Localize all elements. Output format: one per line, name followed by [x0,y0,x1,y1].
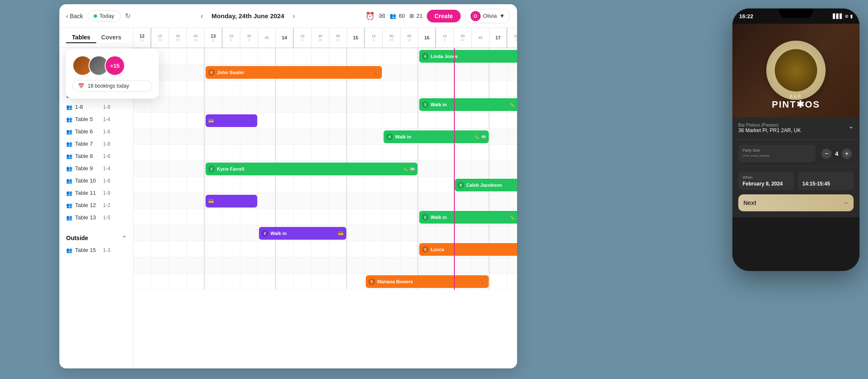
grid-data-row[interactable] [134,80,517,97]
booking-bar[interactable]: 2Walk in✏️📖 [419,211,517,224]
table-row[interactable]: 👥 Table 5 1-4 [59,113,133,125]
grid-cell [507,257,517,273]
back-button[interactable]: ‹ Back [66,13,83,19]
outside-floor-header[interactable]: Outside ⌃ [59,232,133,244]
clock-icon-button[interactable]: ⏰ [365,11,375,21]
grid-cell [187,241,205,257]
grid-cell [134,113,151,128]
grid-data-row[interactable]: 8Caleb Jacobson✏️📖 [134,177,517,193]
grid-cell [223,257,240,273]
booking-bar[interactable]: 6John Souter🪑 [206,66,382,79]
grid-data-row[interactable]: 4Walk in✏️📖2Cristian Molina✏️📖 [134,129,517,145]
grid-cell [401,113,418,128]
party-size-minus-button[interactable]: − [821,149,832,159]
grid-cell [187,225,205,241]
grid-cell [418,177,436,193]
grid-cell [383,145,401,160]
grid-data-row[interactable] [134,145,517,161]
grid-cell [169,113,187,128]
outside-section: Outside ⌃ 👥 Table 15 1-3 [59,228,133,260]
grid-cell [134,145,151,160]
grid-cell [365,209,383,225]
phone-divider-2 [732,166,860,167]
grid-cell [383,241,401,257]
grid-cell [223,274,240,289]
table-row[interactable]: 👥 Table 11 1-9 [59,187,133,199]
next-date-button[interactable]: › [289,11,298,22]
grid-cell [507,64,517,80]
booking-bar[interactable]: 4Linda Jones✏️📖 [419,50,517,63]
booking-bar[interactable]: 💳 [206,195,257,207]
grid-cell [223,177,240,193]
mail-icon-button[interactable]: ✉ [379,11,385,21]
grid-cell [312,193,329,209]
table-row[interactable]: 👥 Table 12 1-2 [59,199,133,211]
phone-time: 16:22 [739,13,753,19]
edit-icon: ✏️ [509,102,515,107]
prev-date-button[interactable]: ‹ [198,11,206,22]
booking-number-badge: 4 [386,133,393,140]
grid-data-row[interactable]: 3Walk in✏️📖7Tony Barker✏️📖 [134,97,517,113]
booking-bar[interactable]: 6Mariana Bowers🪑 [366,275,489,288]
venue-chevron-icon[interactable]: ⌄ [849,123,854,130]
table-row[interactable]: 👥 Table 15 1-3 [59,244,133,256]
booking-bar[interactable]: 3Lucca🪑 [419,243,517,256]
tables-count: 21 [417,13,423,19]
grid-cell [383,257,401,273]
grid-data-row[interactable]: 6John Souter🪑8Barry Smith✏️📖 [134,64,517,80]
grid-data-row[interactable]: 6Mariana Bowers🪑 [134,274,517,290]
grid-cell [507,113,517,128]
create-button[interactable]: Create [427,10,461,22]
table-row[interactable]: 👥 Table 13 1-5 [59,211,133,224]
grid-data-row[interactable]: 2Walk in💳 [134,225,517,241]
grid-cell [507,193,517,209]
grid-cell [490,145,507,160]
table-row[interactable]: 👥 Table 8 1-6 [59,150,133,162]
party-size-field: Party Size How many people [738,145,815,162]
grid-data-row[interactable]: 💳 [134,193,517,209]
grid-cell [436,177,454,193]
grid-data-row[interactable]: 4Linda Jones✏️📖 [134,48,517,64]
grid-cell [258,274,276,289]
today-button[interactable]: Today [87,10,121,22]
grid-cell [365,129,383,144]
refresh-button[interactable]: ↻ [125,12,131,20]
table-row[interactable]: 👥 Table 9 1-4 [59,162,133,174]
today-dot-icon [94,14,97,18]
party-size-plus-button[interactable]: + [842,149,852,159]
grid-data-row[interactable]: 2Kyrie Farrell✏️📖 [134,161,517,177]
grid-cell [329,209,347,225]
when-date: February 8, 2024 [743,181,790,187]
table-row[interactable]: 👥 1-8 1-8 [59,101,133,113]
grid-cell [169,64,187,80]
grid-cell [187,274,205,289]
grid-data-row[interactable] [134,257,517,274]
grid-cell [240,80,258,96]
when-time-value: 14:15-15:45 [802,181,849,187]
people-icon: 👥 [66,153,72,159]
grid-cell [134,161,151,177]
grid-cell [240,274,258,289]
table-row[interactable]: 👥 Table 10 1-6 [59,174,133,187]
table-row[interactable]: 👥 Table 7 1-8 [59,138,133,150]
grid-data-row[interactable]: 2Walk in✏️📖5Henry Holman✏️📖 [134,209,517,225]
signal-icon: ▋▋▋ [833,14,843,19]
next-button[interactable]: Next → [738,194,854,211]
tab-covers[interactable]: Covers [96,32,126,43]
booking-bar[interactable]: 8Caleb Jacobson✏️📖 [455,179,517,191]
grid-cell [240,209,258,225]
grid-data-row[interactable]: 3Lucca🪑2Chloe✏️📖 [134,241,517,257]
booking-bar[interactable]: 2Kyrie Farrell✏️📖 [206,163,417,175]
grid-cell [151,241,169,257]
grid-cell [472,145,490,160]
booking-bar[interactable]: 2Walk in💳 [259,227,346,240]
booking-bar[interactable]: 💳 [206,114,257,127]
booking-bar[interactable]: 3Walk in✏️📖 [419,98,517,111]
grid-cell [169,129,187,144]
table-row[interactable]: 👥 Table 6 1-6 [59,125,133,138]
booking-bar[interactable]: 4Walk in✏️📖 [384,130,489,143]
tab-tables[interactable]: Tables [66,32,96,43]
user-menu-button[interactable]: O Olivia ▼ [465,9,510,23]
grid-cell [365,80,383,96]
grid-data-row[interactable]: 💳 [134,113,517,129]
